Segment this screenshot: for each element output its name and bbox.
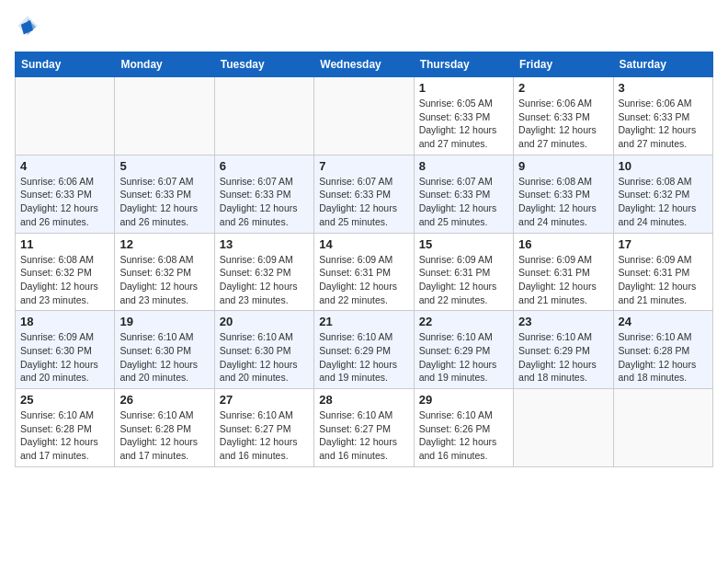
day-number: 27 (220, 393, 309, 407)
day-info: Sunrise: 6:07 AM Sunset: 6:33 PM Dayligh… (319, 175, 408, 229)
calendar-cell: 15Sunrise: 6:09 AM Sunset: 6:31 PM Dayli… (414, 233, 513, 311)
day-info: Sunrise: 6:07 AM Sunset: 6:33 PM Dayligh… (220, 175, 309, 229)
day-number: 22 (419, 315, 508, 328)
logo (15, 15, 39, 40)
calendar-cell (314, 77, 414, 155)
day-number: 7 (319, 159, 408, 173)
column-header-wednesday: Wednesday (314, 52, 414, 77)
calendar-cell: 25Sunrise: 6:10 AM Sunset: 6:28 PM Dayli… (16, 389, 115, 467)
day-info: Sunrise: 6:06 AM Sunset: 6:33 PM Dayligh… (619, 97, 708, 151)
day-number: 9 (518, 159, 608, 173)
day-number: 12 (119, 237, 209, 251)
calendar-cell: 14Sunrise: 6:09 AM Sunset: 6:31 PM Dayli… (314, 233, 414, 311)
day-number: 1 (419, 81, 508, 95)
calendar-cell (16, 77, 115, 155)
day-number: 2 (518, 81, 608, 95)
logo-icon (17, 15, 39, 37)
calendar-cell: 21Sunrise: 6:10 AM Sunset: 6:29 PM Dayli… (314, 311, 414, 389)
week-row-4: 18Sunrise: 6:09 AM Sunset: 6:30 PM Dayli… (16, 311, 713, 389)
calendar-cell: 13Sunrise: 6:09 AM Sunset: 6:32 PM Dayli… (214, 233, 313, 311)
day-info: Sunrise: 6:06 AM Sunset: 6:33 PM Dayligh… (20, 175, 109, 229)
day-info: Sunrise: 6:10 AM Sunset: 6:30 PM Dayligh… (220, 330, 309, 385)
day-info: Sunrise: 6:07 AM Sunset: 6:33 PM Dayligh… (419, 175, 508, 229)
calendar-cell: 27Sunrise: 6:10 AM Sunset: 6:27 PM Dayli… (214, 389, 313, 467)
day-info: Sunrise: 6:08 AM Sunset: 6:32 PM Dayligh… (619, 175, 708, 229)
column-header-friday: Friday (514, 52, 613, 77)
day-info: Sunrise: 6:07 AM Sunset: 6:33 PM Dayligh… (119, 175, 209, 229)
day-info: Sunrise: 6:10 AM Sunset: 6:27 PM Dayligh… (220, 408, 309, 463)
column-header-monday: Monday (115, 52, 214, 77)
calendar-cell: 29Sunrise: 6:10 AM Sunset: 6:26 PM Dayli… (414, 389, 513, 467)
day-info: Sunrise: 6:09 AM Sunset: 6:31 PM Dayligh… (518, 253, 608, 307)
day-number: 21 (319, 315, 408, 328)
day-number: 16 (518, 237, 608, 251)
day-number: 3 (619, 81, 708, 95)
calendar-cell: 18Sunrise: 6:09 AM Sunset: 6:30 PM Dayli… (16, 311, 115, 389)
calendar-cell (613, 389, 712, 467)
day-info: Sunrise: 6:10 AM Sunset: 6:29 PM Dayligh… (419, 330, 508, 385)
day-info: Sunrise: 6:08 AM Sunset: 6:32 PM Dayligh… (119, 253, 209, 307)
calendar-cell: 2Sunrise: 6:06 AM Sunset: 6:33 PM Daylig… (514, 77, 613, 155)
day-number: 10 (619, 159, 708, 173)
day-info: Sunrise: 6:05 AM Sunset: 6:33 PM Dayligh… (419, 97, 508, 151)
day-info: Sunrise: 6:10 AM Sunset: 6:30 PM Dayligh… (119, 330, 209, 385)
calendar-cell: 23Sunrise: 6:10 AM Sunset: 6:29 PM Dayli… (514, 311, 613, 389)
calendar-cell: 11Sunrise: 6:08 AM Sunset: 6:32 PM Dayli… (16, 233, 115, 311)
calendar-cell: 4Sunrise: 6:06 AM Sunset: 6:33 PM Daylig… (16, 155, 115, 233)
calendar-cell: 6Sunrise: 6:07 AM Sunset: 6:33 PM Daylig… (214, 155, 313, 233)
day-number: 14 (319, 237, 408, 251)
calendar-cell: 28Sunrise: 6:10 AM Sunset: 6:27 PM Dayli… (314, 389, 414, 467)
calendar-cell: 16Sunrise: 6:09 AM Sunset: 6:31 PM Dayli… (514, 233, 613, 311)
day-number: 26 (119, 393, 209, 407)
calendar-cell: 10Sunrise: 6:08 AM Sunset: 6:32 PM Dayli… (613, 155, 712, 233)
day-info: Sunrise: 6:10 AM Sunset: 6:28 PM Dayligh… (119, 408, 209, 463)
day-number: 6 (220, 159, 309, 173)
column-header-sunday: Sunday (16, 52, 115, 77)
day-info: Sunrise: 6:09 AM Sunset: 6:31 PM Dayligh… (319, 253, 408, 307)
day-info: Sunrise: 6:08 AM Sunset: 6:33 PM Dayligh… (518, 175, 608, 229)
day-number: 28 (319, 393, 408, 407)
day-number: 23 (518, 315, 608, 328)
day-info: Sunrise: 6:10 AM Sunset: 6:27 PM Dayligh… (319, 408, 408, 463)
day-info: Sunrise: 6:09 AM Sunset: 6:31 PM Dayligh… (419, 253, 508, 307)
calendar-cell: 9Sunrise: 6:08 AM Sunset: 6:33 PM Daylig… (514, 155, 613, 233)
calendar-cell: 8Sunrise: 6:07 AM Sunset: 6:33 PM Daylig… (414, 155, 513, 233)
calendar-table: SundayMondayTuesdayWednesdayThursdayFrid… (15, 52, 713, 467)
week-row-2: 4Sunrise: 6:06 AM Sunset: 6:33 PM Daylig… (16, 155, 713, 233)
day-number: 20 (220, 315, 309, 328)
day-info: Sunrise: 6:10 AM Sunset: 6:28 PM Dayligh… (20, 408, 109, 463)
calendar-cell (214, 77, 313, 155)
day-number: 13 (220, 237, 309, 251)
week-row-3: 11Sunrise: 6:08 AM Sunset: 6:32 PM Dayli… (16, 233, 713, 311)
day-number: 15 (419, 237, 508, 251)
calendar-cell: 12Sunrise: 6:08 AM Sunset: 6:32 PM Dayli… (115, 233, 214, 311)
column-header-saturday: Saturday (613, 52, 712, 77)
calendar-cell: 3Sunrise: 6:06 AM Sunset: 6:33 PM Daylig… (613, 77, 712, 155)
page-header (15, 15, 713, 40)
calendar-cell: 22Sunrise: 6:10 AM Sunset: 6:29 PM Dayli… (414, 311, 513, 389)
day-number: 25 (20, 393, 109, 407)
day-info: Sunrise: 6:09 AM Sunset: 6:31 PM Dayligh… (619, 253, 708, 307)
calendar-cell (115, 77, 214, 155)
calendar-cell: 24Sunrise: 6:10 AM Sunset: 6:28 PM Dayli… (613, 311, 712, 389)
column-header-thursday: Thursday (414, 52, 513, 77)
day-info: Sunrise: 6:09 AM Sunset: 6:30 PM Dayligh… (20, 330, 109, 385)
day-info: Sunrise: 6:08 AM Sunset: 6:32 PM Dayligh… (20, 253, 109, 307)
calendar-cell: 17Sunrise: 6:09 AM Sunset: 6:31 PM Dayli… (613, 233, 712, 311)
calendar-cell: 20Sunrise: 6:10 AM Sunset: 6:30 PM Dayli… (214, 311, 313, 389)
day-number: 24 (619, 315, 708, 328)
calendar-cell: 1Sunrise: 6:05 AM Sunset: 6:33 PM Daylig… (414, 77, 513, 155)
day-info: Sunrise: 6:10 AM Sunset: 6:28 PM Dayligh… (619, 330, 708, 385)
day-info: Sunrise: 6:06 AM Sunset: 6:33 PM Dayligh… (518, 97, 608, 151)
calendar-cell: 26Sunrise: 6:10 AM Sunset: 6:28 PM Dayli… (115, 389, 214, 467)
day-info: Sunrise: 6:10 AM Sunset: 6:26 PM Dayligh… (419, 408, 508, 463)
column-header-tuesday: Tuesday (214, 52, 313, 77)
day-info: Sunrise: 6:10 AM Sunset: 6:29 PM Dayligh… (518, 330, 608, 385)
day-number: 4 (20, 159, 109, 173)
day-number: 19 (119, 315, 209, 328)
calendar-cell: 5Sunrise: 6:07 AM Sunset: 6:33 PM Daylig… (115, 155, 214, 233)
day-number: 11 (20, 237, 109, 251)
day-number: 8 (419, 159, 508, 173)
week-row-5: 25Sunrise: 6:10 AM Sunset: 6:28 PM Dayli… (16, 389, 713, 467)
day-info: Sunrise: 6:09 AM Sunset: 6:32 PM Dayligh… (220, 253, 309, 307)
